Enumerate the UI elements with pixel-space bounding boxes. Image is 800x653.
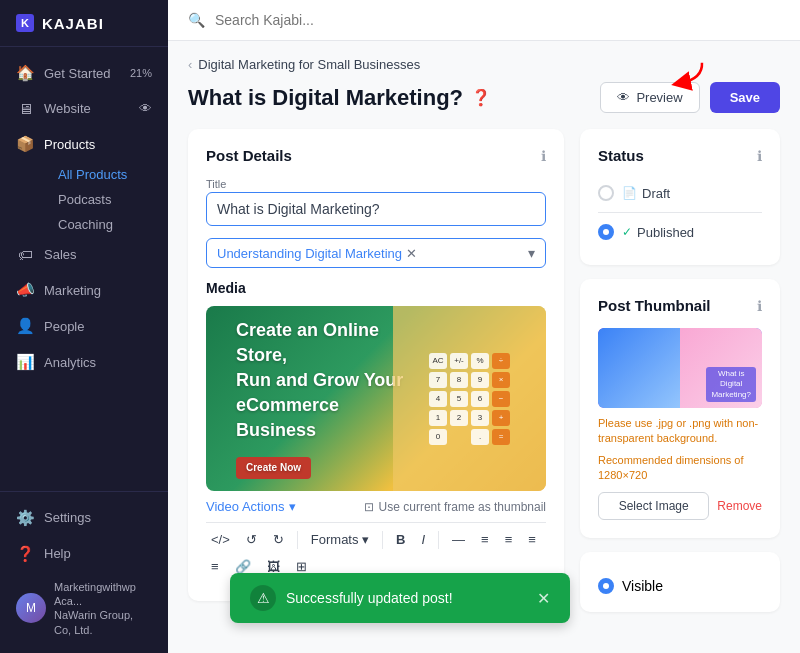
status-published-option[interactable]: ✓ Published [598, 217, 762, 247]
sidebar-item-settings[interactable]: ⚙️ Settings [0, 500, 168, 536]
sidebar-item-products[interactable]: 📦 Products [0, 126, 168, 162]
sidebar-sub-all-products[interactable]: All Products [42, 162, 168, 187]
topbar: 🔍 [168, 0, 800, 41]
products-submenu: All Products Podcasts Coaching [0, 162, 168, 237]
calc-key: 2 [450, 410, 468, 426]
user-name: Marketingwithwp Aca... [54, 580, 152, 609]
sidebar-sub-podcasts[interactable]: Podcasts [42, 187, 168, 212]
tag-label: Understanding Digital Marketing ✕ [217, 246, 417, 261]
tag-remove-icon[interactable]: ✕ [406, 246, 417, 261]
sales-label: Sales [44, 247, 77, 262]
visible-row[interactable]: Visible [598, 578, 762, 594]
toolbar-redo-btn[interactable]: ↻ [268, 529, 289, 550]
thumbnail-actions: Select Image Remove [598, 492, 762, 520]
sidebar-item-people[interactable]: 👤 People [0, 308, 168, 344]
thumbnail-note1: Please use .jpg or .png with non-transpa… [598, 416, 762, 447]
sidebar-item-marketing[interactable]: 📣 Marketing [0, 272, 168, 308]
toolbar-align-right-btn[interactable]: ≡ [206, 556, 224, 577]
calc-key: + [492, 410, 510, 426]
toolbar-sep1 [297, 531, 298, 549]
user-profile[interactable]: M Marketingwithwp Aca... NaWarin Group, … [0, 572, 168, 645]
settings-icon: ⚙️ [16, 509, 34, 527]
select-image-button[interactable]: Select Image [598, 492, 709, 520]
toolbar-align-left-btn[interactable]: ≡ [523, 529, 541, 550]
website-label: Website [44, 101, 91, 116]
toolbar-formats-btn[interactable]: Formats ▾ [306, 529, 374, 550]
search-input[interactable] [215, 12, 515, 28]
products-icon: 📦 [16, 135, 34, 153]
success-toast: ⚠ Successfully updated post! ✕ [230, 573, 570, 623]
get-started-label: Get Started [44, 66, 110, 81]
toolbar-italic-btn[interactable]: I [416, 529, 430, 550]
sidebar-item-help[interactable]: ❓ Help [0, 536, 168, 572]
post-details-card: Post Details ℹ Title Understanding Digit… [188, 129, 564, 601]
main-content: 🔍 ‹ Digital Marketing for Small Business… [168, 0, 800, 653]
sidebar-nav: 🏠 Get Started 21% 🖥 Website 👁 📦 Products… [0, 47, 168, 491]
calc-key: AC [429, 353, 447, 369]
avatar: M [16, 593, 46, 623]
thumbnail-info-icon[interactable]: ℹ [757, 298, 762, 314]
calc-key: ÷ [492, 353, 510, 369]
status-header: Status ℹ [598, 147, 762, 164]
toolbar-undo-btn[interactable]: ↺ [241, 529, 262, 550]
video-actions-row: Video Actions ▾ ⊡ Use current frame as t… [206, 499, 546, 514]
tag-field[interactable]: Understanding Digital Marketing ✕ ▾ [206, 238, 546, 268]
remove-thumbnail-button[interactable]: Remove [717, 492, 762, 520]
get-started-badge: 21% [130, 67, 152, 79]
search-icon: 🔍 [188, 12, 205, 28]
help-circle-icon[interactable]: ❓ [471, 88, 491, 107]
calc-key: − [492, 391, 510, 407]
sidebar-item-get-started[interactable]: 🏠 Get Started 21% [0, 55, 168, 91]
post-details-title: Post Details [206, 147, 292, 164]
toolbar-sep3 [438, 531, 439, 549]
draft-label: 📄 Draft [622, 186, 670, 201]
tag-text: Understanding Digital Marketing [217, 246, 402, 261]
sidebar-bottom: ⚙️ Settings ❓ Help M Marketingwithwp Aca… [0, 491, 168, 653]
sidebar: K KAJABI 🏠 Get Started 21% 🖥 Website 👁 📦… [0, 0, 168, 653]
sidebar-sub-coaching[interactable]: Coaching [42, 212, 168, 237]
status-draft-option[interactable]: 📄 Draft [598, 178, 762, 208]
video-thumbnail: Create an Online Store, Run and Grow You… [206, 306, 546, 491]
breadcrumb-link[interactable]: Digital Marketing for Small Businesses [198, 57, 420, 72]
toolbar-hr-btn[interactable]: — [447, 529, 470, 550]
calc-key: 6 [471, 391, 489, 407]
video-actions-button[interactable]: Video Actions ▾ [206, 499, 296, 514]
calc-key: % [471, 353, 489, 369]
thumbnail-header: Post Thumbnail ℹ [598, 297, 762, 314]
people-label: People [44, 319, 84, 334]
user-org: NaWarin Group, Co, Ltd. [54, 608, 152, 637]
media-section-title: Media [206, 280, 546, 296]
toolbar-ol-btn[interactable]: ≡ [500, 529, 518, 550]
title-input[interactable] [206, 192, 546, 226]
calculator-grid: AC +/- % ÷ 7 8 9 × 4 5 6 [429, 353, 510, 445]
toolbar-code-btn[interactable]: </> [206, 529, 235, 550]
sidebar-item-analytics[interactable]: 📊 Analytics [0, 344, 168, 380]
sidebar-item-sales[interactable]: 🏷 Sales [0, 237, 168, 272]
tag-dropdown-icon[interactable]: ▾ [528, 245, 535, 261]
save-button[interactable]: Save [710, 82, 780, 113]
toolbar-bold-btn[interactable]: B [391, 529, 410, 550]
title-area: What is Digital Marketing? ❓ [188, 85, 491, 111]
thumbnail-frame-button[interactable]: ⊡ Use current frame as thumbnail [364, 500, 546, 514]
two-column-layout: Post Details ℹ Title Understanding Digit… [188, 129, 780, 626]
published-radio[interactable] [598, 224, 614, 240]
people-icon: 👤 [16, 317, 34, 335]
toolbar-ul-btn[interactable]: ≡ [476, 529, 494, 550]
calc-key: 8 [450, 372, 468, 388]
status-info-icon[interactable]: ℹ [757, 148, 762, 164]
calc-key: 4 [429, 391, 447, 407]
published-label: ✓ Published [622, 225, 694, 240]
toast-message: Successfully updated post! [286, 590, 453, 606]
toast-icon: ⚠ [250, 585, 276, 611]
video-actions-chevron: ▾ [289, 499, 296, 514]
get-started-icon: 🏠 [16, 64, 34, 82]
preview-button[interactable]: 👁 Preview [600, 82, 699, 113]
marketing-label: Marketing [44, 283, 101, 298]
visible-radio[interactable] [598, 578, 614, 594]
sidebar-item-website[interactable]: 🖥 Website 👁 [0, 91, 168, 126]
post-details-info-icon[interactable]: ℹ [541, 148, 546, 164]
visible-label: Visible [622, 578, 663, 594]
toast-close-button[interactable]: ✕ [537, 589, 550, 608]
draft-radio[interactable] [598, 185, 614, 201]
thumbnail-card: Post Thumbnail ℹ What is Digital Marketi… [580, 279, 780, 538]
